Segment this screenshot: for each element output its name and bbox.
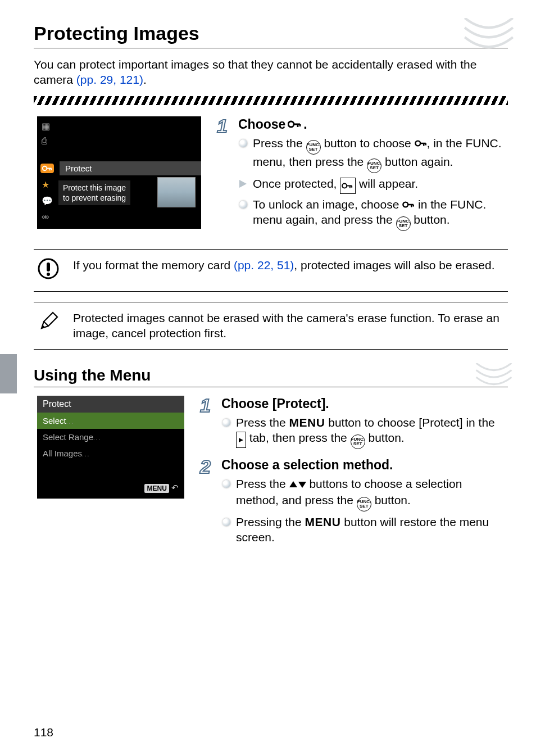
print-icon: ⎙ [42,136,50,146]
camera-screenshot-protect-menu: Protect Select Select Range All Images M… [37,396,184,499]
corner-decoration-sub [474,363,514,388]
protect-key-icon [402,201,415,209]
svg-point-2 [415,141,420,146]
menu-text-icon: MENU [305,515,341,528]
desc-line1: Protect this image [63,183,126,193]
side-tab [0,354,17,393]
menu-item-all-images: All Images [37,445,184,461]
intro-paragraph: You can protect important images so that… [34,57,508,88]
step3-bullet1: Press the buttons to choose a selection … [221,477,508,511]
page-ref-link[interactable]: (pp. 29, 121) [76,73,143,86]
step1-bullet2: Once protected, will appear. [238,176,508,194]
func-set-icon: FUNC.SET [396,216,411,231]
warning-callout: If you format the memory card (pp. 22, 5… [34,249,508,292]
corner-decoration-top [464,18,514,52]
func-set-icon: FUNC.SET [306,140,321,155]
divider-hatch [34,96,508,105]
func-set-icon: FUNC.SET [367,159,381,173]
step2-bullet1: Press the MENU button to choose [Protect… [221,415,508,449]
svg-point-3 [342,183,347,188]
protect-menu-label: Protect [60,161,201,175]
func-set-icon: FUNC.SET [357,497,371,511]
step1-bullet1: Press the FUNC.SET button to choose , in… [238,136,508,173]
step3-bullet2: Pressing the MENU button will restore th… [221,515,508,545]
pencil-icon [37,310,61,336]
page-number: 118 [34,726,53,739]
menu-text-icon: MENU [289,416,325,429]
protect-key-icon [288,120,301,129]
svg-point-1 [288,121,294,127]
step-number-2: 2 [200,457,218,549]
step1-title: Choose . [238,116,508,133]
page-ref-link[interactable]: (pp. 22, 51) [234,259,294,271]
thumbnail [157,177,196,207]
playback-tab-icon [236,432,246,448]
step1-bullet3: To unlock an image, choose in the FUNC. … [238,197,508,231]
up-down-arrows-icon [289,478,306,493]
step-number-1: 1 [217,116,235,234]
svg-point-4 [403,202,408,207]
desc-line2: to prevent erasing [63,193,126,203]
delete-icon: ⚮ [42,212,53,223]
menu-header: Protect [37,396,184,413]
note-callout: Protected images cannot be erased with t… [34,302,508,350]
menu-item-select: Select [37,413,184,429]
page-title: Protecting Images [34,22,508,48]
svg-point-0 [43,166,47,171]
slideshow-icon: ▦ [42,121,50,132]
subheading-using-menu: Using the Menu [34,366,508,387]
protect-boxed-icon [340,178,356,194]
protect-key-icon [415,139,427,147]
step2-title: Choose [Protect]. [221,396,508,412]
protect-key-icon [40,164,54,173]
step3-title: Choose a selection method. [221,457,508,473]
camera-screenshot-func-menu: ▦ ⎙ Protect ★ 💬 ⚮ Protect this image to … [37,116,201,229]
star-icon: ★ [42,179,53,190]
speech-icon: 💬 [42,196,53,206]
warning-icon [37,257,61,283]
svg-rect-6 [47,262,50,271]
svg-point-7 [47,273,50,276]
menu-button-label: MENU [144,484,169,493]
menu-item-select-range: Select Range [37,429,184,445]
func-set-icon: FUNC.SET [351,434,365,449]
step-number-1b: 1 [200,396,218,452]
